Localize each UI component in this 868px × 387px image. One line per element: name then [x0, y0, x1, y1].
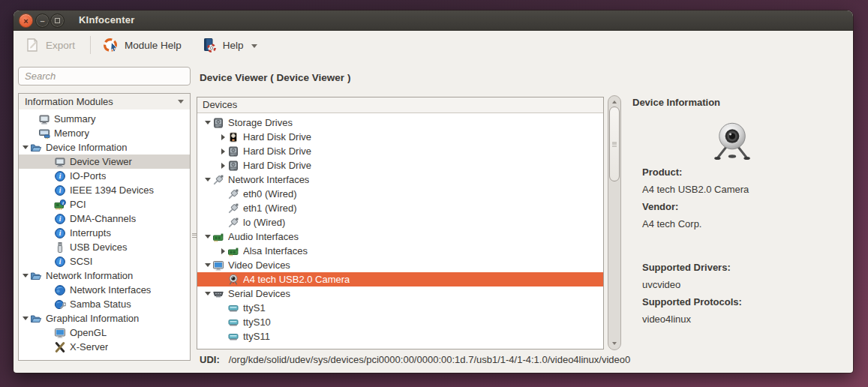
- audio-card-icon: [227, 245, 239, 257]
- expander-closed-icon[interactable]: [218, 134, 227, 140]
- sidebar-item-pci[interactable]: iPCI: [19, 197, 190, 212]
- chevron-down-icon: [178, 100, 184, 104]
- help-button[interactable]: Help: [197, 34, 262, 56]
- expander-open-icon[interactable]: [21, 316, 30, 320]
- audio-card-icon: [212, 231, 224, 243]
- field-label-supported-drivers: Supported Drivers:: [642, 259, 742, 276]
- search-input[interactable]: [18, 67, 191, 86]
- sidebar-item-interrupts[interactable]: iInterrupts: [19, 226, 190, 240]
- help-label: Help: [223, 40, 244, 51]
- maximize-button[interactable]: [50, 14, 65, 28]
- folder-open-icon: [30, 142, 42, 154]
- devices-panel: Devices Storage DrivesHard Disk DriveHar…: [197, 97, 604, 350]
- device-item-label: ttyS11: [243, 331, 270, 342]
- info-icon: i: [54, 256, 66, 268]
- device-item-item[interactable]: [197, 344, 603, 347]
- scroll-up-icon[interactable]: [612, 100, 617, 104]
- scroll-down-icon[interactable]: [612, 342, 617, 345]
- sidebar-item-label: Network Information: [46, 270, 133, 281]
- harddisk-icon: [227, 160, 239, 172]
- info-icon: i: [54, 227, 66, 239]
- expander-closed-icon[interactable]: [218, 163, 227, 169]
- sidebar-item-io-ports[interactable]: iIO-Ports: [19, 169, 190, 183]
- network-plug-icon: [212, 174, 224, 186]
- tty-icon: [227, 316, 239, 328]
- info-icon: i: [54, 184, 66, 196]
- device-item-ttys11[interactable]: ttyS11: [197, 329, 603, 344]
- tty-icon: [227, 302, 239, 314]
- expander-open-icon[interactable]: [21, 146, 30, 149]
- sidebar-item-network-information[interactable]: Network Information: [19, 268, 190, 283]
- usbdrive-icon: [227, 131, 239, 143]
- device-item-a4-tech-usb2-0-camera[interactable]: A4 tech USB2.0 Camera: [197, 272, 603, 286]
- udi-statusbar: UDI: /org/kde/solid/udev/sys/devices/pci…: [200, 354, 630, 365]
- expander-closed-icon[interactable]: [218, 248, 227, 254]
- expander-open-icon[interactable]: [203, 121, 212, 124]
- svg-text:i: i: [59, 187, 62, 194]
- devices-tree: Storage DrivesHard Disk DriveHard Disk D…: [197, 113, 603, 347]
- close-icon: ×: [20, 14, 32, 27]
- sidebar-item-samba-status[interactable]: Samba Status: [19, 297, 190, 311]
- sidebar-item-graphical-information[interactable]: Graphical Information: [19, 311, 190, 326]
- minimize-button[interactable]: –: [35, 14, 50, 28]
- device-item-eth1-wired[interactable]: eth1 (Wired): [197, 201, 603, 215]
- xserver-icon: [54, 341, 66, 353]
- sidebar-item-device-information[interactable]: Device Information: [19, 140, 190, 154]
- expander-open-icon[interactable]: [203, 235, 212, 238]
- device-item-storage-drives[interactable]: Storage Drives: [197, 116, 603, 130]
- module-help-button[interactable]: Module Help: [98, 34, 186, 56]
- expander-closed-icon[interactable]: [218, 148, 227, 154]
- sidebar-item-x-server[interactable]: X-Server: [19, 340, 190, 354]
- tty-icon: [227, 345, 239, 348]
- device-item-hard-disk-drive[interactable]: Hard Disk Drive: [197, 144, 603, 158]
- expander-open-icon[interactable]: [203, 292, 212, 296]
- device-item-hard-disk-drive[interactable]: Hard Disk Drive: [197, 158, 603, 172]
- device-item-label: eth0 (Wired): [243, 188, 297, 200]
- expander-open-icon[interactable]: [203, 263, 212, 267]
- field-label-supported-protocols: Supported Protocols:: [642, 293, 742, 310]
- device-item-label: ttyS1: [243, 302, 266, 314]
- device-item-label: Storage Drives: [228, 117, 293, 128]
- usb-icon: [54, 242, 66, 254]
- maximize-icon: [51, 14, 64, 27]
- sidebar-item-dma-channels[interactable]: iDMA-Channels: [19, 212, 190, 226]
- device-item-label: A4 tech USB2.0 Camera: [243, 274, 350, 285]
- monitor-icon: [212, 260, 224, 272]
- modules-dropdown[interactable]: Information Modules: [18, 93, 191, 110]
- expander-open-icon[interactable]: [21, 274, 30, 278]
- scrollbar-thumb[interactable]: [609, 106, 620, 182]
- device-item-ttys10[interactable]: ttyS10: [197, 315, 603, 329]
- export-button[interactable]: Export: [20, 34, 80, 56]
- sidebar-item-summary[interactable]: Summary: [19, 112, 190, 126]
- titlebar[interactable]: × – KInfocenter: [14, 10, 853, 31]
- sidebar-item-label: OpenGL: [70, 327, 107, 338]
- device-item-video-devices[interactable]: Video Devices: [197, 258, 603, 272]
- sidebar-item-device-viewer[interactable]: Device Viewer: [19, 154, 190, 169]
- info-icon: i: [54, 170, 66, 182]
- device-item-serial-devices[interactable]: Serial Devices: [197, 286, 603, 301]
- device-item-alsa-interfaces[interactable]: Alsa Interfaces: [197, 244, 603, 258]
- sidebar-item-usb-devices[interactable]: USB Devices: [19, 240, 190, 254]
- device-item-network-interfaces[interactable]: Network Interfaces: [197, 172, 603, 187]
- svg-text:i: i: [59, 230, 62, 237]
- close-button[interactable]: ×: [19, 14, 33, 28]
- sidebar-item-label: Graphical Information: [46, 313, 139, 324]
- sidebar-item-memory[interactable]: Memory: [19, 126, 190, 140]
- toolbar-separator: [90, 36, 91, 54]
- expander-open-icon[interactable]: [203, 178, 212, 182]
- device-item-lo-wired[interactable]: lo (Wired): [197, 215, 603, 230]
- device-item-audio-interfaces[interactable]: Audio Interfaces: [197, 230, 603, 244]
- page-title: Device Viewer ( Device Viewer ): [200, 72, 350, 83]
- splitter-handle[interactable]: [192, 110, 196, 361]
- sidebar-item-scsi[interactable]: iSCSI: [19, 254, 190, 268]
- sidebar-item-ieee-1394-devices[interactable]: iIEEE 1394 Devices: [19, 183, 190, 197]
- device-item-eth0-wired[interactable]: eth0 (Wired): [197, 187, 603, 201]
- sidebar-item-opengl[interactable]: OpenGL: [19, 326, 190, 340]
- sidebar-item-label: Network Interfaces: [70, 284, 151, 296]
- device-item-ttys1[interactable]: ttyS1: [197, 301, 603, 315]
- devices-column-header[interactable]: Devices: [197, 98, 603, 113]
- desktop-background: × – KInfocenter Export Module Help: [0, 0, 868, 387]
- sidebar-item-network-interfaces[interactable]: Network Interfaces: [19, 283, 190, 297]
- device-item-hard-disk-drive[interactable]: Hard Disk Drive: [197, 130, 603, 144]
- vertical-scrollbar[interactable]: [608, 95, 621, 350]
